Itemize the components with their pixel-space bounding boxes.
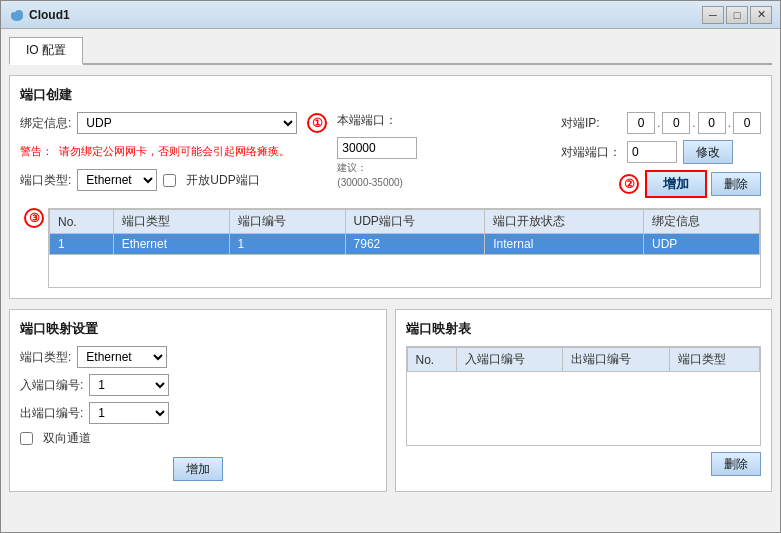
mapping-port-type-select[interactable]: Ethernet — [77, 346, 167, 368]
mapping-table: No. 入端口编号 出端口编号 端口类型 — [407, 347, 761, 372]
badge-2: ② — [619, 174, 639, 194]
peer-port-row: 对端端口： 修改 — [561, 140, 761, 164]
main-window: Cloud1 ─ □ ✕ IO 配置 端口创建 绑定信息: — [0, 0, 781, 533]
mapping-port-type-label: 端口类型: — [20, 349, 71, 366]
mapping-port-type-row: 端口类型: Ethernet — [20, 346, 376, 368]
mapping-table-container: No. 入端口编号 出端口编号 端口类型 — [406, 346, 762, 446]
mapping-table-title: 端口映射表 — [406, 320, 762, 338]
mapping-out-port-label: 出端口编号: — [20, 405, 83, 422]
col-no: No. — [50, 210, 114, 234]
main-content: IO 配置 端口创建 绑定信息: UDP ① — [1, 29, 780, 532]
add-button[interactable]: 增加 — [645, 170, 707, 198]
col-open-status: 端口开放状态 — [485, 210, 644, 234]
bind-info-row: 绑定信息: UDP ① — [20, 112, 327, 134]
map-col-no: No. — [407, 348, 456, 372]
bottom-section: 端口映射设置 端口类型: Ethernet 入端口编号: 1 出端口编号: — [9, 309, 772, 492]
ip-input-4[interactable] — [733, 112, 761, 134]
map-col-in-port: 入端口编号 — [456, 348, 563, 372]
bind-info-select[interactable]: UDP — [77, 112, 297, 134]
warning-row: 警告： 请勿绑定公网网卡，否则可能会引起网络瘫痪。 — [20, 144, 327, 159]
peer-ip-row: 对端IP: . . . — [561, 112, 761, 134]
bidirectional-checkbox[interactable] — [20, 432, 33, 445]
bind-info-label: 绑定信息: — [20, 115, 71, 132]
mapping-out-port-row: 出端口编号: 1 — [20, 402, 376, 424]
window-controls: ─ □ ✕ — [702, 6, 772, 24]
mapping-add-button[interactable]: 增加 — [173, 457, 223, 481]
suggest-range: (30000-35000) — [337, 177, 437, 188]
table-cell: 1 — [229, 234, 345, 255]
port-create-panel: 端口创建 绑定信息: UDP ① 警告： 请勿绑 — [9, 75, 772, 299]
port-type-select[interactable]: Ethernet — [77, 169, 157, 191]
mapping-out-port-select[interactable]: 1 — [89, 402, 169, 424]
ip-input-3[interactable] — [698, 112, 726, 134]
port-table-container: No. 端口类型 端口编号 UDP端口号 端口开放状态 绑定信息 1Ethern… — [48, 208, 761, 288]
ip-input-2[interactable] — [662, 112, 690, 134]
mapping-in-port-select[interactable]: 1 — [89, 374, 169, 396]
col-port-type: 端口类型 — [113, 210, 229, 234]
port-type-label: 端口类型: — [20, 172, 71, 189]
map-col-type: 端口类型 — [670, 348, 760, 372]
table-cell: Ethernet — [113, 234, 229, 255]
peer-port-label: 对端端口： — [561, 144, 621, 161]
close-button[interactable]: ✕ — [750, 6, 772, 24]
delete-button[interactable]: 删除 — [711, 172, 761, 196]
port-table: No. 端口类型 端口编号 UDP端口号 端口开放状态 绑定信息 1Ethern… — [49, 209, 760, 255]
mapping-table-header: No. 入端口编号 出端口编号 端口类型 — [407, 348, 760, 372]
table-cell: 1 — [50, 234, 114, 255]
local-port-label: 本端端口： — [337, 112, 397, 129]
badge-3: ③ — [24, 208, 44, 228]
mapping-settings-title: 端口映射设置 — [20, 320, 376, 338]
mapping-in-port-row: 入端口编号: 1 — [20, 374, 376, 396]
ip-input-1[interactable] — [627, 112, 655, 134]
mapping-delete-button[interactable]: 删除 — [711, 452, 761, 476]
modify-button[interactable]: 修改 — [683, 140, 733, 164]
col-udp-port: UDP端口号 — [345, 210, 485, 234]
port-table-header: No. 端口类型 端口编号 UDP端口号 端口开放状态 绑定信息 — [50, 210, 760, 234]
table-row[interactable]: 1Ethernet17962InternalUDP — [50, 234, 760, 255]
warning-label: 警告： — [20, 144, 53, 159]
svg-point-2 — [15, 10, 23, 18]
bidirectional-row: 双向通道 — [20, 430, 376, 447]
peer-ip-label: 对端IP: — [561, 115, 621, 132]
port-create-title: 端口创建 — [20, 86, 761, 104]
map-col-out-port: 出端口编号 — [563, 348, 670, 372]
ip-group: . . . — [627, 112, 761, 134]
title-bar: Cloud1 ─ □ ✕ — [1, 1, 780, 29]
bidirectional-label: 双向通道 — [43, 430, 91, 447]
open-udp-checkbox[interactable] — [163, 174, 176, 187]
minimize-button[interactable]: ─ — [702, 6, 724, 24]
port-type-row: 端口类型: Ethernet 开放UDP端口 — [20, 169, 327, 191]
table-cell: 7962 — [345, 234, 485, 255]
warning-text: 请勿绑定公网网卡，否则可能会引起网络瘫痪。 — [59, 144, 290, 159]
port-table-body: 1Ethernet17962InternalUDP — [50, 234, 760, 255]
peer-port-input[interactable] — [627, 141, 677, 163]
mapping-in-port-label: 入端口编号: — [20, 377, 83, 394]
port-mapping-table-panel: 端口映射表 No. 入端口编号 出端口编号 端口类型 — [395, 309, 773, 492]
maximize-button[interactable]: □ — [726, 6, 748, 24]
cloud-icon — [9, 7, 25, 23]
window-title: Cloud1 — [29, 8, 702, 22]
open-udp-label: 开放UDP端口 — [186, 172, 259, 189]
badge-1: ① — [307, 113, 327, 133]
suggest-label: 建议： — [337, 161, 437, 175]
tab-bar: IO 配置 — [9, 37, 772, 65]
tab-io-config[interactable]: IO 配置 — [9, 37, 83, 65]
local-port-input[interactable]: 30000 — [337, 137, 417, 159]
table-cell: Internal — [485, 234, 644, 255]
col-bind-info: 绑定信息 — [644, 210, 760, 234]
add-delete-row: ② 增加 删除 — [561, 170, 761, 198]
local-port-row: 本端端口： — [337, 112, 437, 129]
col-port-no: 端口编号 — [229, 210, 345, 234]
port-mapping-settings-panel: 端口映射设置 端口类型: Ethernet 入端口编号: 1 出端口编号: — [9, 309, 387, 492]
table-cell: UDP — [644, 234, 760, 255]
